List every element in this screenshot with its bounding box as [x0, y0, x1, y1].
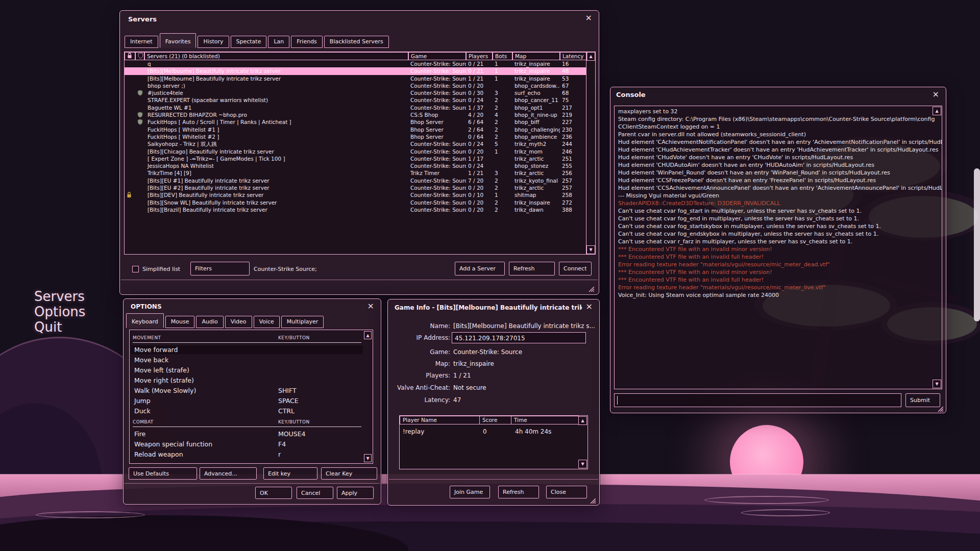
scroll-down-icon[interactable]: ▼ — [933, 380, 941, 388]
tab-audio[interactable]: Audio — [196, 316, 223, 328]
ok-button[interactable]: OK — [255, 487, 292, 499]
ip-address-input[interactable]: 45.121.209.178:27015 — [452, 332, 586, 343]
scroll-up-icon[interactable]: ▲ — [933, 107, 941, 115]
lock-column-header[interactable] — [125, 52, 135, 60]
add-server-button[interactable]: Add a Server — [455, 262, 505, 276]
edit-key-button[interactable]: Edit key — [263, 467, 317, 480]
bots-column-header[interactable]: Bots — [493, 52, 512, 60]
tab-mouse[interactable]: Mouse — [165, 316, 195, 328]
menu-item-quit[interactable]: Quit — [34, 319, 62, 335]
console-input[interactable] — [614, 393, 901, 407]
close-icon[interactable]: × — [933, 90, 939, 98]
menu-item-servers[interactable]: Servers — [34, 289, 85, 304]
binding-row[interactable]: Reload weaponr — [131, 450, 363, 459]
binding-row[interactable]: DuckCTRL — [131, 407, 363, 415]
time-column-header[interactable]: Time — [511, 416, 579, 424]
server-map: bhop_cardsdow... — [512, 82, 560, 89]
server-row[interactable]: [Bits][DEV] Beautifully intricate trikz … — [125, 191, 586, 198]
resize-grip[interactable] — [589, 496, 596, 503]
scroll-down-icon[interactable]: ▼ — [364, 454, 372, 462]
server-row[interactable]: #justice4teleCounter-Strike: Source0 / 3… — [125, 89, 586, 96]
connect-button[interactable]: Connect — [559, 262, 592, 276]
submit-button[interactable]: Submit — [905, 393, 940, 407]
server-row[interactable]: Saikyohopz - Trikz | 双人跳Counter-Strike: … — [125, 140, 586, 147]
server-row[interactable]: [Bits][Chicago] Beautifully intricate tr… — [125, 148, 586, 155]
server-row[interactable]: TrikzTime [4] [9]Trikz Timer1 / 213trikz… — [125, 169, 586, 177]
server-row[interactable]: Baguette WL #1Counter-Strike: Source1 / … — [125, 104, 586, 111]
server-row[interactable]: bhop server ;)Counter-Strike: Source0 / … — [125, 82, 586, 89]
player-name-column-header[interactable]: Player Name — [400, 416, 480, 424]
server-players: 0 / 64 — [466, 133, 493, 140]
join-game-button[interactable]: Join Game — [450, 486, 490, 498]
tab-lan[interactable]: Lan — [268, 36, 289, 48]
server-row[interactable]: JessicaHops NA WhitelistCounter-Strike: … — [125, 162, 586, 169]
tab-favorites[interactable]: Favorites — [160, 33, 197, 48]
scroll-up-icon[interactable]: ▲ — [364, 331, 372, 339]
close-icon[interactable]: × — [586, 303, 593, 311]
refresh-button[interactable]: Refresh — [498, 486, 539, 498]
tab-video[interactable]: Video — [225, 316, 252, 328]
server-row[interactable]: [Bits][EU #2] Beautifully intricate trik… — [125, 184, 586, 191]
server-row[interactable]: [ Expert Zone ] -=Trikz=- [ GameModes | … — [125, 155, 586, 162]
tab-internet[interactable]: Internet — [125, 36, 158, 48]
close-button[interactable]: Close — [546, 486, 587, 498]
server-row[interactable]: FuckitHops [ Whitelist #2 ]Bhop Server0 … — [125, 133, 586, 140]
tab-voice[interactable]: Voice — [254, 316, 280, 328]
shield-cell — [135, 177, 144, 184]
tab-multiplayer[interactable]: Multiplayer — [281, 316, 324, 328]
server-row[interactable]: FuckitHops [ Whitelist #1 ]Bhop Server2 … — [125, 126, 586, 133]
binding-row[interactable]: Move forward — [131, 345, 363, 354]
server-row[interactable]: STRAFE.EXPERT (spacebar warriors whiteli… — [125, 96, 586, 104]
filters-button[interactable]: Filters — [190, 262, 250, 276]
close-icon[interactable]: × — [585, 14, 592, 22]
server-row[interactable]: [Bits][EU #1] Beautifully intricate trik… — [125, 177, 586, 184]
binding-row[interactable]: FireMOUSE4 — [131, 430, 363, 438]
console-log[interactable]: ▲ ▼ maxplayers set to 32Steam config dir… — [614, 106, 942, 389]
menu-item-options[interactable]: Options — [34, 304, 85, 319]
use-defaults-button[interactable]: Use Defaults — [129, 467, 197, 480]
server-row[interactable]: [Bits][Snow WL] Beautifully intricate tr… — [125, 199, 586, 206]
server-players: 6 / 64 — [466, 118, 493, 126]
binding-row[interactable]: Move right (strafe) — [131, 376, 363, 385]
game-column-header[interactable]: Game — [408, 52, 466, 60]
binding-row[interactable]: Weapon special functionF4 — [131, 440, 363, 448]
advanced-button[interactable]: Advanced... — [200, 467, 257, 480]
binding-row[interactable]: Move left (strafe) — [131, 366, 363, 374]
servers-column-header[interactable]: Servers (21) (0 blacklisted) — [144, 52, 408, 60]
score-column-header[interactable]: Score — [479, 416, 511, 424]
server-name: Baguette WL #1 — [144, 104, 408, 111]
server-players: 0 / 20 — [466, 206, 493, 213]
binding-row[interactable]: Walk (Move Slowly)SHIFT — [131, 386, 363, 395]
simplified-list-checkbox[interactable] — [132, 266, 139, 272]
scroll-up-icon[interactable]: ▲ — [578, 416, 587, 425]
scroll-down-icon[interactable]: ▼ — [578, 460, 587, 468]
map-column-header[interactable]: Map — [512, 52, 560, 60]
resize-grip[interactable] — [587, 284, 594, 291]
binding-row[interactable]: Move back — [131, 356, 363, 364]
latency-column-header[interactable]: Latency — [560, 52, 587, 60]
refresh-button[interactable]: Refresh — [509, 262, 555, 276]
server-row[interactable]: [Bits][Brazil] Beautifully intricate tri… — [125, 206, 586, 213]
scroll-down-icon[interactable]: ▼ — [586, 245, 595, 254]
apply-button[interactable]: Apply — [337, 487, 374, 499]
clear-key-button[interactable]: Clear Key — [321, 467, 377, 480]
tab-history[interactable]: History — [198, 36, 229, 48]
players-column-header[interactable]: Players — [466, 52, 493, 60]
resize-grip[interactable] — [937, 404, 943, 411]
tab-spectate[interactable]: Spectate — [231, 36, 267, 48]
close-icon[interactable]: × — [368, 302, 374, 310]
scroll-up-icon[interactable]: ▲ — [586, 52, 595, 61]
tab-friends[interactable]: Friends — [291, 36, 323, 48]
server-row[interactable]: qCounter-Strike: Source0 / 211trikz_insp… — [125, 60, 586, 67]
scrollbar[interactable]: ▲ ▼ — [586, 52, 595, 254]
server-row[interactable]: [Bits][Melbourne] Beautifully intricate … — [125, 67, 586, 74]
binding-row[interactable]: JumpSPACE — [131, 396, 363, 405]
server-row[interactable]: FuckitHops [ Auto / Scroll | Timer | Ran… — [125, 118, 586, 126]
server-players: 0 / 10 — [466, 191, 493, 198]
cancel-button[interactable]: Cancel — [297, 487, 333, 499]
server-row[interactable]: RESURRECTED BIHAPZOR ~bhop.proCS:S Bhop4… — [125, 111, 586, 118]
shield-column-header[interactable] — [135, 52, 144, 60]
server-row[interactable]: [Bits][Melbourne] Beautifully intricate … — [125, 75, 586, 82]
tab-keyboard[interactable]: Keyboard — [126, 313, 164, 328]
tab-blacklisted-servers[interactable]: Blacklisted Servers — [324, 36, 389, 48]
